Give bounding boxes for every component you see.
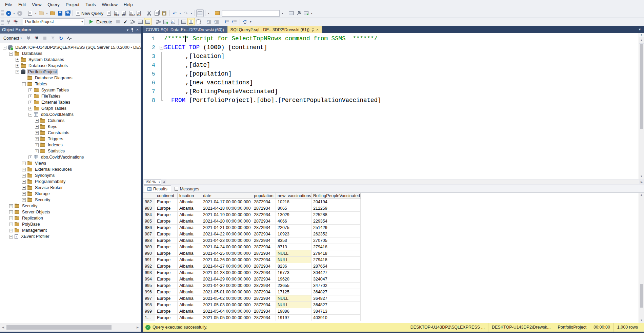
expand-icon[interactable]: + — [22, 186, 26, 190]
new-query-button[interactable]: New Query — [74, 9, 105, 17]
tree-item[interactable]: +External Tables — [0, 99, 141, 105]
data-cell[interactable]: 2021-04-22 00:00:00.000 — [201, 231, 252, 237]
data-cell[interactable]: 2872934 — [252, 225, 276, 231]
client-statistics-button[interactable] — [169, 18, 177, 25]
data-cell[interactable]: 19197 — [276, 315, 311, 321]
tab-covid-sql-data[interactable]: COVID-SQL-Data-Ex...DP2\Drewski (60)) — [143, 26, 227, 33]
tree-item[interactable]: −Databases — [0, 50, 141, 57]
row-number-cell[interactable]: 992 — [143, 263, 155, 270]
tree-item[interactable]: +Storage — [0, 191, 141, 197]
add-item-dropdown[interactable]: ▾ — [45, 12, 49, 15]
data-cell[interactable]: Europe — [155, 289, 178, 295]
data-cell[interactable]: 262352 — [311, 231, 361, 237]
data-cell[interactable]: Albania — [178, 199, 201, 205]
column-header-location[interactable]: location — [178, 193, 201, 199]
panel-window-position-icon[interactable]: ▾ — [127, 28, 128, 32]
row-number-cell[interactable]: 985 — [143, 218, 155, 225]
data-cell[interactable]: Europe — [155, 231, 178, 237]
expand-icon[interactable]: + — [35, 131, 39, 135]
data-cell[interactable]: 2021-04-24 00:00:00.000 — [201, 244, 252, 250]
data-cell[interactable]: Albania — [178, 231, 201, 237]
scroll-up-icon[interactable]: ▲ — [640, 38, 643, 43]
data-cell[interactable]: Albania — [178, 295, 201, 302]
tab-messages[interactable]: Messages — [171, 185, 203, 192]
data-cell[interactable]: 2872934 — [252, 231, 276, 237]
data-cell[interactable]: Albania — [178, 225, 201, 231]
tree-item[interactable]: +Keys — [0, 124, 141, 130]
redo-dropdown[interactable]: ▾ — [189, 12, 193, 15]
new-file-dropdown[interactable]: ▾ — [34, 12, 38, 15]
scrollbar-thumb[interactable] — [640, 44, 643, 129]
fold-collapse-icon[interactable]: − — [159, 43, 164, 52]
results-to-grid-button[interactable] — [187, 18, 195, 25]
collapse-icon[interactable]: − — [9, 52, 13, 56]
data-cell[interactable]: 279418 — [311, 244, 361, 250]
panel-close-icon[interactable]: × — [136, 27, 139, 32]
data-cell[interactable]: 279418 — [311, 250, 361, 257]
grid-corner-cell[interactable] — [143, 193, 155, 199]
paste-button[interactable] — [160, 9, 168, 17]
tree-item[interactable]: +Triggers — [0, 136, 141, 142]
undo-button[interactable]: ↶ — [171, 9, 178, 17]
toolbar-grip[interactable] — [1, 19, 4, 25]
tree-item[interactable]: +Synonyms — [0, 172, 141, 179]
tab-sqlquery2[interactable]: SQLQuery2.sql - DE...3DP2\Drewski (61)) … — [227, 26, 322, 33]
expand-icon[interactable]: + — [22, 180, 26, 184]
data-cell[interactable]: 2021-04-27 00:00:00.000 — [201, 263, 252, 270]
tree-item[interactable]: +dbo.CovidVaccinations — [0, 154, 141, 160]
expand-icon[interactable]: + — [22, 198, 26, 202]
toolbar-dropdown[interactable]: ▾ — [207, 12, 210, 15]
tree-item[interactable]: +PolyBase — [0, 221, 141, 227]
row-number-cell[interactable]: 987 — [143, 231, 155, 237]
data-cell[interactable]: 2021-04-28 00:00:00.000 — [201, 270, 252, 276]
data-cell[interactable]: Europe — [155, 244, 178, 250]
expand-icon[interactable]: + — [28, 95, 32, 98]
expand-icon[interactable]: + — [28, 107, 32, 110]
panel-pin-icon[interactable] — [131, 28, 134, 32]
redo-button[interactable]: ↷ — [182, 9, 189, 17]
tree-item[interactable]: +Views — [0, 160, 141, 166]
data-cell[interactable]: 2021-04-26 00:00:00.000 — [201, 257, 252, 263]
data-cell[interactable]: 304427 — [311, 270, 361, 276]
data-cell[interactable]: Albania — [178, 289, 201, 295]
results-to-text-button[interactable] — [180, 18, 187, 25]
row-number-cell[interactable]: 996 — [143, 289, 155, 295]
data-cell[interactable]: Europe — [155, 276, 178, 283]
tab-list-dropdown-icon[interactable]: ▼ — [638, 28, 644, 33]
expand-icon[interactable]: + — [35, 143, 39, 147]
filter-icon[interactable] — [50, 35, 56, 41]
stop-icon[interactable] — [42, 35, 48, 41]
expand-icon[interactable]: + — [28, 101, 32, 104]
data-cell[interactable]: 384713 — [311, 308, 361, 315]
menu-view[interactable]: View — [29, 1, 44, 8]
object-explorer-horizontal-scrollbar[interactable]: ◀ ▶ — [0, 323, 141, 332]
tree-item[interactable]: +Service Broker — [0, 185, 141, 191]
scroll-right-icon[interactable]: ▶ — [135, 326, 140, 329]
options-button[interactable] — [302, 9, 310, 17]
column-header-population[interactable]: population — [252, 193, 276, 199]
expand-icon[interactable]: + — [35, 125, 39, 129]
expand-icon[interactable]: + — [28, 88, 32, 92]
parse-query-button[interactable]: ✓ — [122, 18, 129, 25]
data-cell[interactable]: 2872934 — [252, 315, 276, 321]
data-cell[interactable]: Albania — [178, 263, 201, 270]
data-cell[interactable]: 4066 — [276, 218, 311, 225]
query-options-button[interactable] — [137, 18, 144, 25]
row-number-cell[interactable]: 999 — [143, 308, 155, 315]
include-actual-plan-button[interactable] — [155, 18, 162, 25]
tree-item[interactable]: +System Databases — [0, 57, 141, 63]
tree-item[interactable]: −PortfolioProject — [0, 69, 141, 75]
find-icon-button[interactable] — [214, 9, 221, 17]
data-cell[interactable]: 16773 — [276, 270, 311, 276]
tab-results[interactable]: Results — [144, 185, 171, 192]
dmx-query-button[interactable]: DMX — [120, 9, 127, 17]
data-cell[interactable]: 2872934 — [252, 302, 276, 308]
data-cell[interactable]: Albania — [178, 283, 201, 289]
data-cell[interactable]: Albania — [178, 205, 201, 212]
row-number-cell[interactable]: 982 — [143, 199, 155, 205]
row-number-cell[interactable]: 997 — [143, 295, 155, 302]
display-estimated-plan-button[interactable] — [129, 18, 137, 25]
data-cell[interactable]: 2021-05-03 00:00:00.000 — [201, 302, 252, 308]
row-number-cell[interactable]: 998 — [143, 302, 155, 308]
data-cell[interactable]: 364827 — [311, 289, 361, 295]
